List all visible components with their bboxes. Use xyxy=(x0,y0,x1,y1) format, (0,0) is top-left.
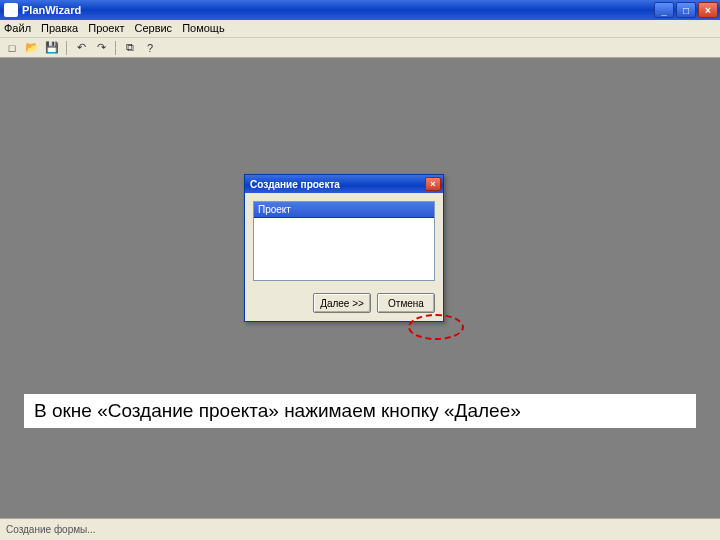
app-icon xyxy=(4,3,18,17)
dialog-title: Создание проекта xyxy=(250,179,425,190)
menu-help[interactable]: Помощь xyxy=(182,22,225,35)
menu-service[interactable]: Сервис xyxy=(134,22,172,35)
next-button[interactable]: Далее >> xyxy=(313,293,371,313)
app-title: PlanWizard xyxy=(22,4,654,16)
statusbar: Создание формы... xyxy=(0,518,720,540)
status-text: Создание формы... xyxy=(6,524,96,535)
instruction-caption: В окне «Создание проекта» нажимаем кнопк… xyxy=(24,394,696,428)
cancel-button[interactable]: Отмена xyxy=(377,293,435,313)
help-icon[interactable]: ? xyxy=(142,40,158,56)
toolbar-separator xyxy=(115,41,116,55)
window-controls: _ □ × xyxy=(654,2,718,18)
maximize-button[interactable]: □ xyxy=(676,2,696,18)
workspace: Создание проекта × Проект Далее >> Отмен… xyxy=(0,58,720,518)
minimize-button[interactable]: _ xyxy=(654,2,674,18)
dialog-button-row: Далее >> Отмена xyxy=(245,289,443,321)
app-titlebar: PlanWizard _ □ × xyxy=(0,0,720,20)
create-project-dialog: Создание проекта × Проект Далее >> Отмен… xyxy=(244,174,444,322)
project-listbox[interactable]: Проект xyxy=(253,201,435,281)
menu-file[interactable]: Файл xyxy=(4,22,31,35)
toolbar: □ 📂 💾 ↶ ↷ ⧉ ? xyxy=(0,38,720,58)
toolbar-separator xyxy=(66,41,67,55)
close-button[interactable]: × xyxy=(698,2,718,18)
redo-icon[interactable]: ↷ xyxy=(93,40,109,56)
menu-project[interactable]: Проект xyxy=(88,22,124,35)
dialog-close-button[interactable]: × xyxy=(425,177,441,191)
copy-icon[interactable]: ⧉ xyxy=(122,40,138,56)
save-icon[interactable]: 💾 xyxy=(44,40,60,56)
menu-edit[interactable]: Правка xyxy=(41,22,78,35)
menubar: Файл Правка Проект Сервис Помощь xyxy=(0,20,720,38)
dialog-titlebar: Создание проекта × xyxy=(245,175,443,193)
open-icon[interactable]: 📂 xyxy=(24,40,40,56)
project-column-header: Проект xyxy=(254,202,434,218)
undo-icon[interactable]: ↶ xyxy=(73,40,89,56)
dialog-body: Проект xyxy=(245,193,443,289)
new-icon[interactable]: □ xyxy=(4,40,20,56)
